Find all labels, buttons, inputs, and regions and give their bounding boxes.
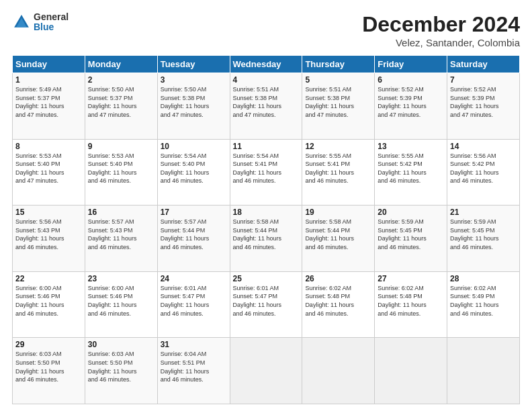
logo-icon: [12, 13, 31, 32]
calendar-cell: 26Sunrise: 6:02 AM Sunset: 5:48 PM Dayli…: [302, 271, 375, 338]
day-info: Sunrise: 5:56 AM Sunset: 5:42 PM Dayligh…: [450, 152, 517, 185]
day-number: 16: [88, 208, 154, 217]
day-info: Sunrise: 6:02 AM Sunset: 5:48 PM Dayligh…: [378, 284, 444, 318]
day-info: Sunrise: 6:04 AM Sunset: 5:51 PM Dayligh…: [161, 350, 227, 383]
location: Velez, Santander, Colombia: [362, 37, 520, 48]
day-number: 14: [450, 142, 517, 151]
logo: General Blue: [12, 12, 69, 33]
day-number: 4: [233, 75, 300, 85]
day-number: 18: [233, 208, 300, 217]
day-info: Sunrise: 5:51 AM Sunset: 5:38 PM Dayligh…: [305, 85, 371, 119]
calendar-cell: 28Sunrise: 6:02 AM Sunset: 5:49 PM Dayli…: [447, 271, 520, 338]
calendar-cell: 29Sunrise: 6:03 AM Sunset: 5:50 PM Dayli…: [13, 338, 85, 404]
day-number: 6: [378, 75, 444, 85]
day-info: Sunrise: 6:01 AM Sunset: 5:47 PM Dayligh…: [161, 284, 227, 318]
title-block: December 2024 Velez, Santander, Colombia: [362, 12, 520, 48]
day-info: Sunrise: 5:51 AM Sunset: 5:38 PM Dayligh…: [233, 85, 300, 119]
day-number: 27: [378, 274, 444, 283]
calendar-cell: 13Sunrise: 5:55 AM Sunset: 5:42 PM Dayli…: [375, 139, 447, 205]
calendar-cell: 6Sunrise: 5:52 AM Sunset: 5:39 PM Daylig…: [375, 73, 447, 140]
day-number: 26: [305, 274, 371, 283]
calendar-cell: [375, 338, 447, 404]
month-title: December 2024: [362, 12, 520, 37]
day-info: Sunrise: 6:00 AM Sunset: 5:46 PM Dayligh…: [88, 284, 154, 318]
day-number: 5: [305, 75, 371, 85]
calendar-cell: 8Sunrise: 5:53 AM Sunset: 5:40 PM Daylig…: [13, 139, 85, 205]
calendar-cell: 14Sunrise: 5:56 AM Sunset: 5:42 PM Dayli…: [447, 139, 520, 205]
page: General Blue December 2024 Velez, Santan…: [0, 0, 532, 411]
calendar-day-header: Saturday: [447, 56, 520, 73]
calendar-week-row: 8Sunrise: 5:53 AM Sunset: 5:40 PM Daylig…: [13, 139, 520, 205]
day-number: 10: [161, 142, 227, 151]
calendar-cell: 22Sunrise: 6:00 AM Sunset: 5:46 PM Dayli…: [13, 271, 85, 338]
header: General Blue December 2024 Velez, Santan…: [12, 12, 520, 48]
calendar-week-row: 15Sunrise: 5:56 AM Sunset: 5:43 PM Dayli…: [13, 205, 520, 272]
calendar-cell: 16Sunrise: 5:57 AM Sunset: 5:43 PM Dayli…: [85, 205, 157, 272]
day-number: 22: [15, 274, 82, 283]
day-info: Sunrise: 5:50 AM Sunset: 5:38 PM Dayligh…: [161, 85, 227, 119]
calendar: SundayMondayTuesdayWednesdayThursdayFrid…: [12, 55, 520, 404]
day-number: 17: [161, 208, 227, 217]
day-info: Sunrise: 6:02 AM Sunset: 5:48 PM Dayligh…: [305, 284, 371, 318]
calendar-cell: 31Sunrise: 6:04 AM Sunset: 5:51 PM Dayli…: [157, 338, 230, 404]
day-number: 9: [88, 142, 154, 151]
calendar-cell: 23Sunrise: 6:00 AM Sunset: 5:46 PM Dayli…: [85, 271, 157, 338]
calendar-day-header: Tuesday: [157, 56, 230, 73]
day-info: Sunrise: 5:52 AM Sunset: 5:39 PM Dayligh…: [450, 85, 517, 119]
day-number: 15: [15, 208, 82, 217]
day-number: 7: [450, 75, 517, 85]
day-info: Sunrise: 6:00 AM Sunset: 5:46 PM Dayligh…: [15, 284, 82, 318]
day-number: 28: [450, 274, 517, 283]
day-info: Sunrise: 5:59 AM Sunset: 5:45 PM Dayligh…: [378, 218, 444, 251]
day-number: 31: [161, 340, 227, 349]
calendar-cell: [447, 338, 520, 404]
calendar-cell: 7Sunrise: 5:52 AM Sunset: 5:39 PM Daylig…: [447, 73, 520, 140]
day-info: Sunrise: 5:52 AM Sunset: 5:39 PM Dayligh…: [378, 85, 444, 119]
calendar-week-row: 1Sunrise: 5:49 AM Sunset: 5:37 PM Daylig…: [13, 73, 520, 140]
day-info: Sunrise: 5:53 AM Sunset: 5:40 PM Dayligh…: [88, 152, 154, 185]
day-info: Sunrise: 5:58 AM Sunset: 5:44 PM Dayligh…: [305, 218, 371, 251]
day-info: Sunrise: 5:50 AM Sunset: 5:37 PM Dayligh…: [88, 85, 154, 119]
day-number: 2: [88, 75, 154, 85]
calendar-cell: 2Sunrise: 5:50 AM Sunset: 5:37 PM Daylig…: [85, 73, 157, 140]
calendar-cell: 10Sunrise: 5:54 AM Sunset: 5:40 PM Dayli…: [157, 139, 230, 205]
calendar-cell: 3Sunrise: 5:50 AM Sunset: 5:38 PM Daylig…: [157, 73, 230, 140]
calendar-cell: [230, 338, 302, 404]
day-number: 21: [450, 208, 517, 217]
calendar-cell: 15Sunrise: 5:56 AM Sunset: 5:43 PM Dayli…: [13, 205, 85, 272]
calendar-cell: 30Sunrise: 6:03 AM Sunset: 5:50 PM Dayli…: [85, 338, 157, 404]
day-number: 23: [88, 274, 154, 283]
day-info: Sunrise: 5:55 AM Sunset: 5:41 PM Dayligh…: [305, 152, 371, 185]
calendar-day-header: Thursday: [302, 56, 375, 73]
calendar-day-header: Friday: [375, 56, 447, 73]
day-info: Sunrise: 5:53 AM Sunset: 5:40 PM Dayligh…: [15, 152, 82, 185]
calendar-cell: 5Sunrise: 5:51 AM Sunset: 5:38 PM Daylig…: [302, 73, 375, 140]
day-number: 13: [378, 142, 444, 151]
day-info: Sunrise: 6:01 AM Sunset: 5:47 PM Dayligh…: [233, 284, 300, 318]
day-number: 25: [233, 274, 300, 283]
day-number: 19: [305, 208, 371, 217]
calendar-cell: 11Sunrise: 5:54 AM Sunset: 5:41 PM Dayli…: [230, 139, 302, 205]
day-number: 30: [88, 340, 154, 349]
day-info: Sunrise: 5:54 AM Sunset: 5:40 PM Dayligh…: [161, 152, 227, 185]
calendar-cell: 1Sunrise: 5:49 AM Sunset: 5:37 PM Daylig…: [13, 73, 85, 140]
calendar-day-header: Monday: [85, 56, 157, 73]
calendar-cell: 25Sunrise: 6:01 AM Sunset: 5:47 PM Dayli…: [230, 271, 302, 338]
day-info: Sunrise: 6:03 AM Sunset: 5:50 PM Dayligh…: [15, 350, 82, 383]
calendar-header-row: SundayMondayTuesdayWednesdayThursdayFrid…: [13, 56, 520, 73]
day-info: Sunrise: 5:58 AM Sunset: 5:44 PM Dayligh…: [233, 218, 300, 251]
day-number: 12: [305, 142, 371, 151]
calendar-cell: 4Sunrise: 5:51 AM Sunset: 5:38 PM Daylig…: [230, 73, 302, 140]
day-number: 24: [161, 274, 227, 283]
day-info: Sunrise: 6:03 AM Sunset: 5:50 PM Dayligh…: [88, 350, 154, 383]
day-number: 8: [15, 142, 82, 151]
calendar-cell: [302, 338, 375, 404]
calendar-cell: 12Sunrise: 5:55 AM Sunset: 5:41 PM Dayli…: [302, 139, 375, 205]
logo-general-label: General: [34, 12, 69, 22]
calendar-cell: 24Sunrise: 6:01 AM Sunset: 5:47 PM Dayli…: [157, 271, 230, 338]
day-info: Sunrise: 5:59 AM Sunset: 5:45 PM Dayligh…: [450, 218, 517, 251]
logo-blue-label: Blue: [34, 22, 69, 32]
day-number: 3: [161, 75, 227, 85]
day-info: Sunrise: 6:02 AM Sunset: 5:49 PM Dayligh…: [450, 284, 517, 318]
calendar-day-header: Wednesday: [230, 56, 302, 73]
